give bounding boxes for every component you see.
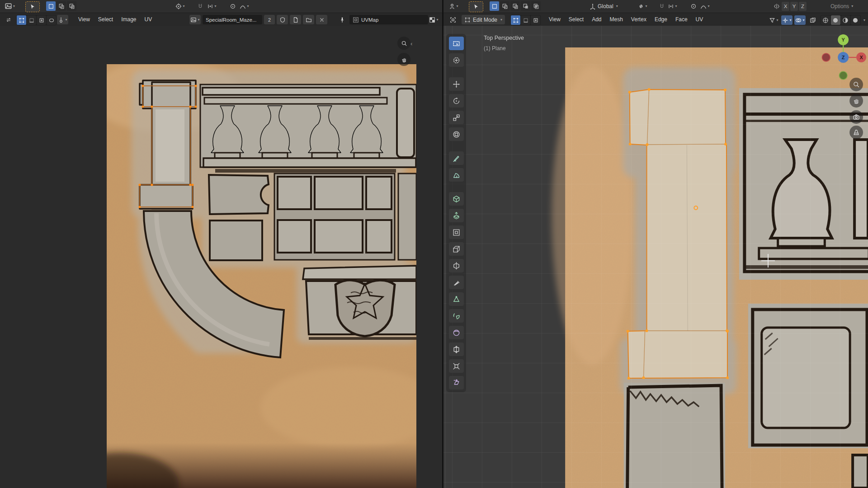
face-button[interactable]: [531, 15, 540, 25]
shrink-fatten-tool[interactable]: [449, 359, 464, 373]
zoom-widget[interactable]: [397, 37, 410, 50]
pan-widget[interactable]: [397, 53, 410, 66]
uv-sync-select-toggle[interactable]: [3, 15, 14, 24]
spin-tool[interactable]: [449, 309, 464, 323]
annotate-tool[interactable]: [449, 151, 464, 165]
new-button[interactable]: [46, 1, 56, 11]
measure-tool[interactable]: [449, 168, 464, 182]
subtract-button[interactable]: [67, 1, 76, 11]
vertex-button[interactable]: [511, 15, 520, 25]
new-icon: [48, 3, 54, 9]
sidebar-collapse-arrow[interactable]: ‹: [410, 40, 412, 47]
menu-edge[interactable]: Edge: [651, 13, 671, 26]
mirror-axis-y[interactable]: Y: [790, 2, 798, 11]
snap-toggle[interactable]: [656, 1, 667, 11]
menu-view[interactable]: View: [545, 13, 565, 26]
falloff-dropdown[interactable]: ▾: [699, 1, 711, 11]
poly-build-tool[interactable]: [449, 292, 464, 306]
subtract-button[interactable]: [510, 1, 520, 11]
x-ray-toggle[interactable]: [807, 15, 819, 25]
extrude-region-tool[interactable]: [449, 209, 464, 222]
scale-tool[interactable]: [449, 111, 464, 124]
browse-image-button[interactable]: ▾: [189, 15, 201, 24]
mode-dropdown[interactable]: Edit Mode ▾: [462, 15, 505, 24]
active-tool-indicator[interactable]: [25, 1, 40, 12]
shear-tool[interactable]: [449, 376, 464, 389]
face-button[interactable]: [37, 15, 46, 25]
uv-sticky-select-dropdown[interactable]: ▾: [57, 15, 68, 24]
box-select-tool[interactable]: [449, 37, 464, 50]
edge-button[interactable]: [27, 15, 36, 25]
mirror-axis-z[interactable]: Z: [799, 2, 807, 11]
new-image-button[interactable]: [290, 15, 301, 24]
menu-select[interactable]: Select: [565, 13, 588, 26]
transform-tool[interactable]: [449, 127, 464, 141]
mirror-axis-x[interactable]: X: [782, 2, 789, 11]
menu-uv[interactable]: UV: [141, 13, 156, 26]
uv-map-field[interactable]: UVMap: [349, 15, 428, 24]
snap-target-icon: [668, 3, 674, 9]
shading-rendered-button[interactable]: [851, 15, 860, 25]
loop-cut-tool[interactable]: [449, 259, 464, 272]
shading-material-button[interactable]: [841, 15, 850, 25]
move-icon: [453, 80, 460, 88]
extend-button[interactable]: [500, 1, 509, 11]
cursor-tool[interactable]: [449, 53, 464, 67]
invert-icon: [523, 3, 529, 9]
move-tool[interactable]: [449, 77, 464, 91]
uv-falloff-dropdown[interactable]: ▾: [239, 1, 250, 11]
orientation-dropdown[interactable]: Global ▾: [587, 1, 620, 11]
fake-user-button[interactable]: [277, 15, 288, 24]
menu-view[interactable]: View: [74, 13, 94, 26]
unlink-image-button[interactable]: [316, 15, 327, 24]
menu-image[interactable]: Image: [117, 13, 140, 26]
bevel-tool[interactable]: [449, 242, 464, 256]
rotate-tool[interactable]: [449, 94, 464, 108]
inset-faces-tool[interactable]: [449, 225, 464, 239]
extend-button[interactable]: [57, 1, 66, 11]
v3d-viewport[interactable]: Y Z X Top Perspective (1) Plane: [443, 26, 868, 488]
v3d-tweak-dropdown[interactable]: ▾: [448, 1, 459, 11]
pin-button[interactable]: [336, 15, 348, 24]
image-users-badge[interactable]: 2: [264, 15, 275, 24]
active-tool-indicator[interactable]: [469, 1, 483, 12]
show-overlays-toggle[interactable]: ▾: [794, 15, 806, 25]
menu-add[interactable]: Add: [588, 13, 605, 26]
options-dropdown[interactable]: Options▾: [830, 0, 853, 13]
invert-button[interactable]: [521, 1, 530, 11]
uv-pivot-dropdown[interactable]: ▾: [175, 1, 186, 11]
display-channels-dropdown[interactable]: ▾: [428, 15, 439, 24]
menu-uv[interactable]: UV: [692, 13, 708, 26]
smooth-tool[interactable]: [449, 326, 464, 339]
knife-tool[interactable]: [449, 276, 464, 289]
uv-snap-toggle[interactable]: [194, 1, 206, 11]
intersect-button[interactable]: [531, 1, 541, 11]
menu-mesh[interactable]: Mesh: [606, 13, 627, 26]
edge-slide-tool[interactable]: [449, 343, 464, 356]
v3d-editor-type-button[interactable]: [447, 15, 458, 24]
menu-select[interactable]: Select: [94, 13, 117, 26]
snap-target-dropdown[interactable]: ▾: [667, 1, 678, 11]
menu-face[interactable]: Face: [671, 13, 692, 26]
shading-solid-button[interactable]: [831, 15, 840, 25]
proportional-edit-toggle[interactable]: [688, 1, 699, 11]
uv-snap-target-dropdown[interactable]: ▾: [206, 1, 217, 11]
3d-viewport-icon: [450, 17, 456, 23]
mirror-icon: [774, 3, 780, 9]
subtract-icon: [69, 3, 75, 9]
shading-wireframe-button[interactable]: [821, 15, 830, 25]
open-image-button[interactable]: [303, 15, 314, 24]
island-button[interactable]: [47, 15, 56, 25]
show-gizmos-toggle[interactable]: ▾: [781, 15, 793, 25]
image-name-field[interactable]: SpecialRoom_Maze...: [203, 15, 262, 24]
uv-proportional-edit-toggle[interactable]: [227, 1, 238, 11]
add-cube-tool[interactable]: [449, 192, 464, 206]
uv-canvas[interactable]: ‹: [0, 26, 442, 488]
menu-vertex[interactable]: Vertex: [627, 13, 651, 26]
object-type-filter-dropdown[interactable]: ▾: [768, 15, 779, 25]
new-button[interactable]: [490, 1, 499, 11]
uv-editor-type-button[interactable]: ▾: [4, 1, 16, 11]
vertex-button[interactable]: [17, 15, 26, 25]
snap-base-dropdown[interactable]: ▾: [637, 1, 648, 11]
edge-button[interactable]: [521, 15, 530, 25]
